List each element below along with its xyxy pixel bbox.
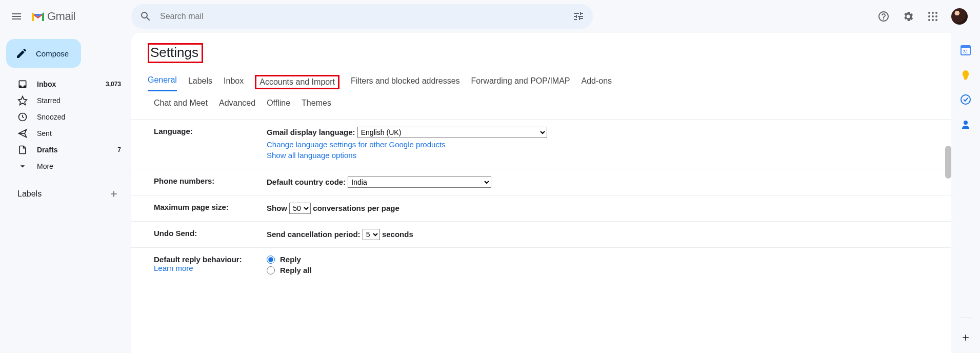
reply-all-radio[interactable] [267, 266, 275, 274]
show-all-languages-link[interactable]: Show all language options [267, 151, 356, 160]
side-panel: 31 [951, 33, 980, 353]
page-size-show: Show [267, 204, 287, 212]
undo-seconds-select[interactable]: 5 [363, 229, 380, 240]
sidebar-item-inbox[interactable]: Inbox 3,073 [4, 76, 127, 92]
plus-icon [109, 189, 119, 199]
tasks-app-button[interactable] [961, 94, 971, 105]
compose-button[interactable]: Compose [6, 39, 81, 68]
reply-radio-label: Reply [280, 255, 301, 264]
tab-labels[interactable]: Labels [188, 73, 212, 91]
send-icon [17, 128, 28, 139]
setting-phone: Phone numbers: Default country code: Ind… [131, 169, 951, 195]
reply-all-option[interactable]: Reply all [267, 266, 312, 274]
sidebar-item-snoozed[interactable]: Snoozed [4, 109, 127, 125]
labels-title: Labels [17, 189, 42, 199]
svg-point-8 [935, 19, 937, 21]
search-container [131, 4, 593, 29]
apps-grid-icon [927, 10, 939, 23]
page-size-select[interactable]: 50 [289, 203, 311, 214]
google-apps-button[interactable] [923, 6, 943, 27]
tab-addons[interactable]: Add-ons [582, 73, 612, 91]
tab-general[interactable]: General [148, 72, 177, 91]
change-language-link[interactable]: Change language settings for other Googl… [267, 140, 446, 149]
pencil-icon [15, 47, 28, 60]
setting-language: Language: Gmail display language: Englis… [131, 120, 951, 169]
nav-list: Inbox 3,073 Starred Snoozed Sent D [4, 76, 131, 174]
sidebar-item-sent[interactable]: Sent [4, 125, 127, 142]
add-label-button[interactable] [107, 187, 121, 201]
compose-label: Compose [36, 49, 69, 58]
support-button[interactable] [873, 6, 894, 27]
page-title-wrap: Settings [131, 33, 951, 67]
search-icon [139, 10, 152, 23]
keep-icon [961, 70, 971, 80]
labels-header: Labels [4, 174, 131, 201]
sidebar-item-label: More [37, 162, 121, 170]
tab-offline[interactable]: Offline [267, 95, 290, 113]
setting-body: Show 50 conversations per page [267, 203, 399, 214]
search-input[interactable] [156, 12, 568, 21]
setting-page-size: Maximum page size: Show 50 conversations… [131, 195, 951, 222]
plus-icon [961, 332, 971, 343]
contacts-icon [961, 119, 971, 129]
search-button[interactable] [135, 6, 156, 27]
sidebar-item-label: Starred [37, 96, 121, 105]
setting-label: Maximum page size: [154, 203, 267, 211]
sidebar-item-starred[interactable]: Starred [4, 92, 127, 109]
tab-filters[interactable]: Filters and blocked addresses [351, 73, 460, 91]
tune-icon [572, 10, 585, 23]
keep-app-button[interactable] [961, 70, 971, 80]
svg-point-14 [961, 95, 970, 104]
tab-advanced[interactable]: Advanced [219, 95, 255, 113]
svg-point-3 [928, 15, 930, 17]
sidebar-item-more[interactable]: More [4, 158, 127, 174]
file-icon [17, 145, 28, 155]
reply-all-radio-label: Reply all [280, 266, 312, 274]
account-avatar[interactable] [951, 8, 968, 25]
svg-point-7 [932, 19, 934, 21]
header-right [873, 6, 976, 27]
sidebar-item-label: Inbox [37, 80, 106, 88]
svg-point-2 [935, 12, 937, 14]
main-menu-button[interactable] [4, 4, 29, 29]
contacts-app-button[interactable] [961, 119, 971, 129]
setting-body: Reply Reply all [267, 255, 312, 277]
tab-forwarding[interactable]: Forwarding and POP/IMAP [471, 73, 570, 91]
calendar-app-button[interactable]: 31 [961, 45, 971, 55]
country-code-select[interactable]: India [348, 176, 491, 188]
inbox-icon [17, 79, 28, 89]
sidebar-item-count: 7 [117, 146, 121, 153]
hamburger-icon [10, 10, 23, 23]
chevron-down-icon [17, 161, 28, 171]
setting-label: Language: [154, 127, 267, 135]
calendar-icon: 31 [961, 45, 971, 55]
star-icon [17, 95, 28, 106]
header-left: Gmail [4, 4, 131, 29]
header: Gmail [0, 0, 980, 33]
svg-text:31: 31 [963, 49, 968, 54]
sidebar: Compose Inbox 3,073 Starred Snoozed [0, 33, 131, 353]
setting-body: Send cancellation period: 5 seconds [267, 229, 413, 240]
svg-point-4 [932, 15, 934, 17]
tab-themes[interactable]: Themes [302, 95, 331, 113]
display-language-label: Gmail display language: [267, 128, 355, 136]
setting-label: Phone numbers: [154, 176, 267, 185]
search-options-button[interactable] [568, 6, 589, 27]
search-bar [131, 4, 593, 29]
svg-point-0 [928, 12, 930, 14]
get-addons-button[interactable] [961, 332, 971, 343]
sidebar-item-drafts[interactable]: Drafts 7 [4, 142, 127, 158]
reply-radio[interactable] [267, 256, 275, 264]
tab-inbox[interactable]: Inbox [224, 73, 244, 91]
tab-chat-meet[interactable]: Chat and Meet [154, 95, 208, 113]
tab-accounts-import[interactable]: Accounts and Import [255, 75, 339, 89]
scrollbar[interactable] [945, 146, 951, 179]
reply-option[interactable]: Reply [267, 255, 312, 264]
settings-button[interactable] [898, 6, 918, 27]
svg-point-5 [935, 15, 937, 17]
learn-more-link[interactable]: Learn more [154, 264, 193, 272]
settings-tabs: General Labels Inbox Accounts and Import… [131, 67, 951, 91]
language-select[interactable]: English (UK) [357, 127, 547, 138]
tasks-icon [961, 94, 971, 105]
gmail-logo[interactable]: Gmail [31, 10, 75, 23]
